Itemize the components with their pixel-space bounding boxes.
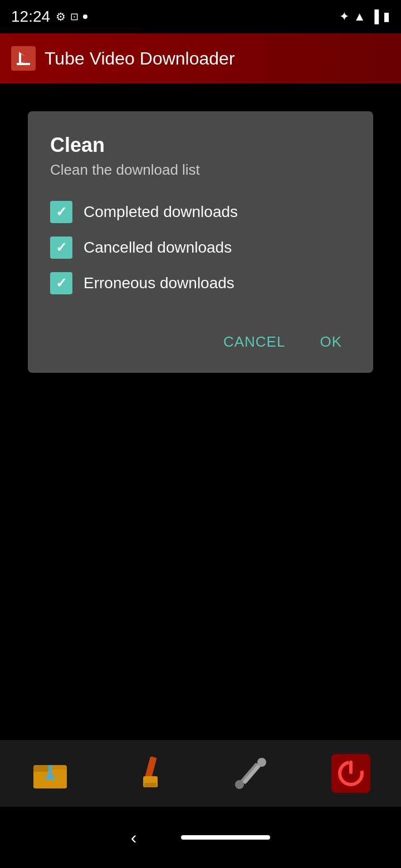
- back-button[interactable]: ‹: [131, 827, 137, 848]
- svg-rect-18: [349, 761, 353, 774]
- ok-button[interactable]: OK: [311, 328, 351, 356]
- checkbox-list: ✓ Completed downloads ✓ Cancelled downlo…: [50, 201, 351, 294]
- status-left: 12:24 ⚙ ⊡: [11, 8, 87, 26]
- nav-item-settings[interactable]: [226, 748, 276, 798]
- wifi-icon: ▲: [354, 9, 366, 24]
- nav-item-power[interactable]: [326, 748, 376, 798]
- downloads-folder-icon: [31, 754, 70, 793]
- status-icons-right: ✦ ▲ ▐ ▮: [339, 9, 390, 24]
- svg-rect-2: [17, 63, 30, 65]
- completed-downloads-item[interactable]: ✓ Completed downloads: [50, 201, 351, 223]
- cancel-button[interactable]: CANCEL: [214, 328, 294, 356]
- caption-icon: ⊡: [70, 11, 79, 23]
- status-icons-left: ⚙ ⊡: [56, 10, 87, 23]
- main-content: Clean Clean the download list ✓ Complete…: [0, 83, 401, 768]
- nav-item-clean[interactable]: [125, 748, 175, 798]
- svg-point-15: [257, 758, 266, 767]
- cancelled-downloads-checkbox[interactable]: ✓: [50, 236, 72, 259]
- clean-brush-icon: [131, 754, 170, 793]
- app-bar: Tube Video Downloader: [0, 33, 401, 83]
- app-title: Tube Video Downloader: [45, 48, 235, 69]
- erroneous-downloads-checkbox[interactable]: ✓: [50, 272, 72, 294]
- svg-rect-9: [145, 756, 157, 778]
- gear-icon: ⚙: [56, 10, 66, 23]
- dialog-title: Clean: [50, 134, 351, 157]
- cancelled-downloads-item[interactable]: ✓ Cancelled downloads: [50, 236, 351, 259]
- dialog-buttons: CANCEL OK: [50, 322, 351, 356]
- bottom-nav: [0, 740, 401, 807]
- completed-downloads-label: Completed downloads: [84, 203, 238, 221]
- cancelled-downloads-label: Cancelled downloads: [84, 239, 232, 257]
- nav-pill-area: ‹: [0, 807, 401, 868]
- dialog-subtitle: Clean the download list: [50, 161, 351, 179]
- cancelled-checkmark: ✓: [56, 240, 67, 255]
- status-bar: 12:24 ⚙ ⊡ ✦ ▲ ▐ ▮: [0, 0, 401, 33]
- home-pill[interactable]: [181, 835, 270, 840]
- clean-dialog: Clean Clean the download list ✓ Complete…: [28, 111, 373, 373]
- signal-icon: ▐: [370, 9, 379, 24]
- completed-downloads-checkbox[interactable]: ✓: [50, 201, 72, 223]
- svg-rect-8: [48, 765, 52, 773]
- app-logo-icon: [11, 46, 36, 71]
- settings-tools-icon: [231, 754, 270, 793]
- status-time: 12:24: [11, 8, 50, 26]
- erroneous-downloads-label: Erroneous downloads: [84, 274, 234, 292]
- svg-rect-11: [144, 783, 157, 787]
- battery-icon: ▮: [383, 9, 390, 24]
- completed-checkmark: ✓: [56, 204, 67, 220]
- nav-item-downloads[interactable]: [25, 748, 75, 798]
- erroneous-downloads-item[interactable]: ✓ Erroneous downloads: [50, 272, 351, 294]
- power-icon: [331, 754, 370, 793]
- erroneous-checkmark: ✓: [56, 275, 67, 291]
- notification-dot: [83, 14, 87, 19]
- bluetooth-icon: ✦: [339, 9, 349, 24]
- svg-rect-6: [33, 765, 49, 772]
- svg-point-13: [235, 780, 244, 789]
